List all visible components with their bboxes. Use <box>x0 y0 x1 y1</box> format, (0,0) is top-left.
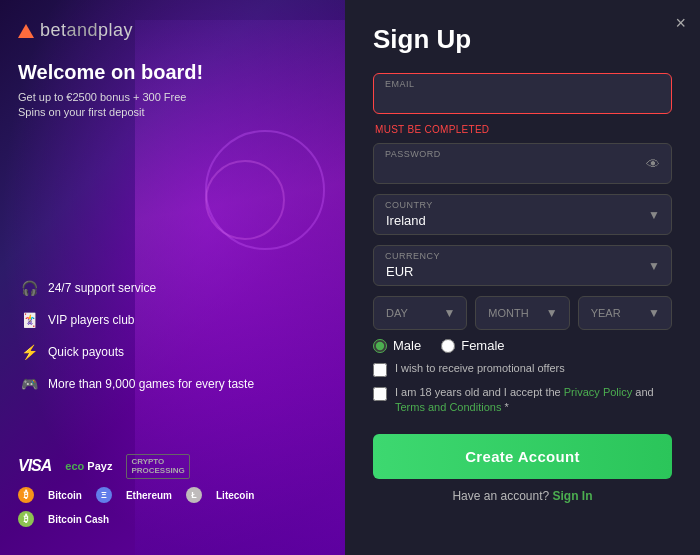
year-select[interactable]: YEAR <box>578 296 672 330</box>
country-label: COUNTRY <box>385 200 433 210</box>
feature-games-text: More than 9,000 games for every taste <box>48 377 254 391</box>
currency-group: CURRENCY EUR ▼ <box>373 245 672 286</box>
features-list: 🎧 24/7 support service 🃏 VIP players clu… <box>18 277 254 395</box>
feature-support: 🎧 24/7 support service <box>18 277 254 299</box>
female-radio-label[interactable]: Female <box>441 338 504 353</box>
left-panel: betandplay Welcome on board! Get up to €… <box>0 0 345 555</box>
feature-vip-text: VIP players club <box>48 313 135 327</box>
bch-icon: ₿ <box>18 511 34 527</box>
feature-payouts-text: Quick payouts <box>48 345 124 359</box>
feature-payouts: ⚡ Quick payouts <box>18 341 254 363</box>
welcome-title: Welcome on board! <box>18 60 205 84</box>
male-label: Male <box>393 338 421 353</box>
payout-icon: ⚡ <box>18 341 40 363</box>
promo-checkbox[interactable] <box>373 363 387 377</box>
ethereum-label: Ethereum <box>126 490 172 501</box>
password-label: PASSWORD <box>385 149 441 159</box>
day-select[interactable]: DAY <box>373 296 467 330</box>
month-group: MONTH ▼ <box>475 296 569 330</box>
promo-label: I wish to receive promotional offers <box>395 361 565 376</box>
welcome-subtitle: Get up to €2500 bonus + 300 Free Spins o… <box>18 90 205 121</box>
payment-row-3: ₿ Bitcoin Cash <box>18 511 327 527</box>
games-icon: 🎮 <box>18 373 40 395</box>
bitcoin-icon: ₿ <box>18 487 34 503</box>
day-group: DAY ▼ <box>373 296 467 330</box>
female-label: Female <box>461 338 504 353</box>
feature-support-text: 24/7 support service <box>48 281 156 295</box>
payment-row-2: ₿ Bitcoin Ξ Ethereum Ł Litecoin <box>18 487 327 503</box>
female-radio[interactable] <box>441 339 455 353</box>
terms-checkbox[interactable] <box>373 387 387 401</box>
gender-row: Male Female <box>373 338 672 353</box>
country-group: COUNTRY Ireland ▼ <box>373 194 672 235</box>
bitcoin-label: Bitcoin <box>48 490 82 501</box>
email-label: EMAIL <box>385 79 415 89</box>
support-icon: 🎧 <box>18 277 40 299</box>
welcome-section: Welcome on board! Get up to €2500 bonus … <box>18 60 205 121</box>
terms-checkbox-group: I am 18 years old and I accept the Priva… <box>373 385 672 416</box>
crypto-logo: CRYPTOPROCESSING <box>126 454 189 479</box>
password-group: PASSWORD 👁 <box>373 143 672 184</box>
litecoin-label: Litecoin <box>216 490 254 501</box>
logo: betandplay <box>18 20 133 41</box>
currency-label: CURRENCY <box>385 251 440 261</box>
payment-row-1: VISA ecoPayz CRYPTOPROCESSING <box>18 454 327 479</box>
signin-row: Have an account? Sign In <box>373 489 672 503</box>
feature-vip: 🃏 VIP players club <box>18 309 254 331</box>
email-input[interactable] <box>373 73 672 114</box>
privacy-policy-link[interactable]: Privacy Policy <box>564 386 632 398</box>
create-account-button[interactable]: Create Account <box>373 434 672 479</box>
terms-link[interactable]: Terms and Conditions <box>395 401 501 413</box>
payment-logos: VISA ecoPayz CRYPTOPROCESSING ₿ Bitcoin … <box>18 454 327 535</box>
dob-row: DAY ▼ MONTH ▼ YEAR ▼ <box>373 296 672 330</box>
feature-games: 🎮 More than 9,000 games for every taste <box>18 373 254 395</box>
right-panel: × Sign Up EMAIL MUST BE COMPLETED PASSWO… <box>345 0 700 555</box>
promo-checkbox-group: I wish to receive promotional offers <box>373 361 672 377</box>
visa-logo: VISA <box>18 457 51 475</box>
close-button[interactable]: × <box>675 14 686 32</box>
year-group: YEAR ▼ <box>578 296 672 330</box>
terms-label: I am 18 years old and I accept the Priva… <box>395 385 672 416</box>
bch-label: Bitcoin Cash <box>48 514 109 525</box>
month-select[interactable]: MONTH <box>475 296 569 330</box>
litecoin-icon: Ł <box>186 487 202 503</box>
have-account-text: Have an account? <box>452 489 549 503</box>
eye-icon[interactable]: 👁 <box>646 156 660 172</box>
logo-text: betandplay <box>40 20 133 41</box>
email-error: MUST BE COMPLETED <box>375 124 672 135</box>
email-group: EMAIL <box>373 73 672 114</box>
signup-title: Sign Up <box>373 24 672 55</box>
signin-link[interactable]: Sign In <box>553 489 593 503</box>
logo-icon <box>18 24 34 38</box>
ethereum-icon: Ξ <box>96 487 112 503</box>
male-radio[interactable] <box>373 339 387 353</box>
vip-icon: 🃏 <box>18 309 40 331</box>
male-radio-label[interactable]: Male <box>373 338 421 353</box>
ecopayz-logo: ecoPayz <box>65 460 112 472</box>
